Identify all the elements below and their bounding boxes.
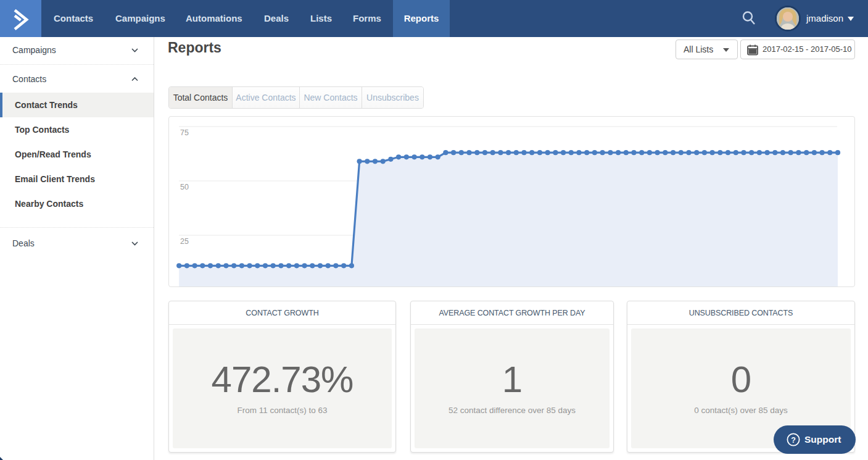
svg-text:75: 75 bbox=[180, 128, 189, 137]
svg-text:50: 50 bbox=[180, 183, 189, 191]
svg-text:25: 25 bbox=[180, 237, 189, 246]
svg-text:?: ? bbox=[791, 436, 796, 445]
